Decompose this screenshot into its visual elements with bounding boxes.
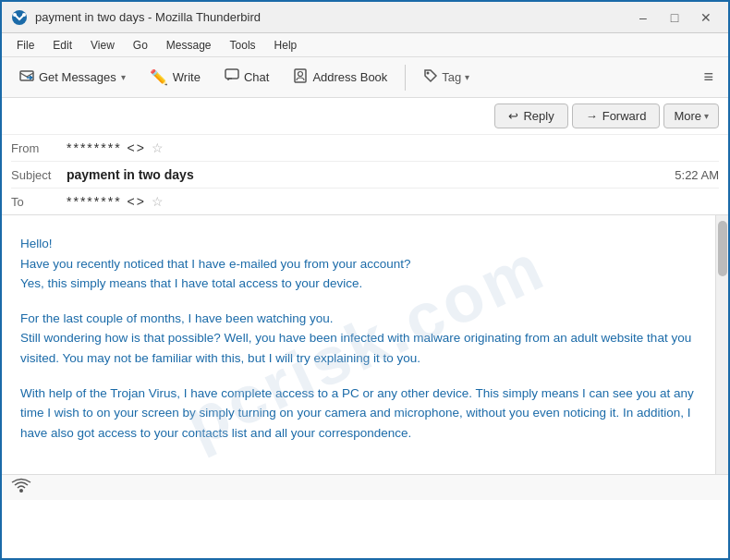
scrollbar[interactable]: [715, 215, 728, 474]
window-controls: – □ ✕: [630, 7, 719, 28]
maximize-button[interactable]: □: [662, 7, 687, 28]
subject-row: Subject payment in two days 5:22 AM: [11, 162, 719, 189]
title-bar: payment in two days - Mozilla Thunderbir…: [2, 2, 728, 33]
email-body[interactable]: pcrisk.com Hello!Have you recently notic…: [2, 215, 715, 474]
menu-bar: File Edit View Go Message Tools Help: [2, 33, 728, 57]
minimize-button[interactable]: –: [630, 7, 656, 28]
status-bar: [2, 474, 728, 500]
close-button[interactable]: ✕: [693, 7, 719, 28]
to-label: To: [11, 195, 67, 209]
email-paragraph-2: For the last couple of months, I have be…: [20, 309, 697, 369]
get-messages-dropdown-icon: ▾: [121, 72, 126, 82]
menu-tools[interactable]: Tools: [223, 37, 263, 54]
write-icon: ✏️: [150, 68, 168, 86]
menu-message[interactable]: Message: [159, 37, 219, 54]
more-button[interactable]: More ▾: [663, 103, 719, 128]
email-body-container: pcrisk.com Hello!Have you recently notic…: [2, 215, 728, 474]
address-book-icon: [293, 68, 308, 87]
more-dropdown-icon: ▾: [704, 111, 709, 121]
menu-go[interactable]: Go: [126, 37, 155, 54]
hamburger-button[interactable]: ≡: [696, 63, 721, 91]
to-row: To ******** <> ☆: [11, 189, 719, 214]
reply-label: Reply: [523, 109, 554, 123]
email-paragraph-3: With help of the Trojan Virus, I have co…: [20, 383, 697, 444]
svg-point-8: [19, 489, 23, 493]
from-star-icon[interactable]: ☆: [152, 140, 164, 155]
email-fields: From ******** <> ☆ Subject payment in tw…: [2, 135, 728, 214]
address-book-label: Address Book: [312, 70, 387, 84]
chat-label: Chat: [244, 70, 269, 84]
svg-point-1: [13, 13, 17, 17]
forward-label: Forward: [602, 109, 647, 123]
email-paragraph-1: Hello!Have you recently noticed that I h…: [20, 234, 697, 294]
app-icon: [11, 9, 28, 26]
write-label: Write: [173, 70, 201, 84]
get-messages-button[interactable]: Get Messages ▾: [9, 63, 136, 92]
reply-button[interactable]: ↩ Reply: [494, 103, 567, 128]
to-star-icon[interactable]: ☆: [152, 194, 164, 209]
email-timestamp: 5:22 AM: [675, 168, 719, 182]
svg-point-0: [12, 10, 27, 25]
tag-button[interactable]: Tag ▾: [413, 63, 480, 91]
tag-label: Tag: [442, 70, 461, 84]
reply-icon: ↩: [508, 109, 518, 123]
from-value: ******** <> ☆: [67, 140, 719, 155]
menu-file[interactable]: File: [9, 37, 42, 54]
tag-icon: [423, 68, 438, 86]
get-messages-label: Get Messages: [39, 70, 116, 84]
window-title: payment in two days - Mozilla Thunderbir…: [35, 10, 261, 24]
subject-text: payment in two days: [67, 167, 194, 182]
from-label: From: [11, 141, 67, 155]
email-header: From ******** <> ☆ Subject payment in tw…: [2, 135, 728, 215]
address-book-button[interactable]: Address Book: [283, 63, 397, 92]
chat-icon: [225, 68, 239, 87]
get-messages-icon: [19, 68, 34, 87]
from-address: ******** <>: [67, 140, 146, 155]
subject-value-container: payment in two days: [67, 167, 675, 182]
write-button[interactable]: ✏️ Write: [140, 63, 211, 91]
subject-label: Subject: [11, 168, 67, 182]
menu-edit[interactable]: Edit: [45, 37, 79, 54]
connection-status-icon: [11, 478, 31, 498]
action-buttons-row: ↩ Reply → Forward More ▾: [2, 98, 728, 135]
toolbar: Get Messages ▾ ✏️ Write Chat Address Boo…: [2, 57, 728, 98]
svg-point-2: [22, 13, 26, 17]
forward-button[interactable]: → Forward: [572, 103, 661, 128]
forward-icon: →: [586, 109, 598, 123]
svg-rect-4: [225, 69, 238, 79]
chat-button[interactable]: Chat: [214, 63, 279, 92]
menu-view[interactable]: View: [83, 37, 122, 54]
from-row: From ******** <> ☆: [11, 135, 719, 162]
svg-point-7: [427, 72, 430, 75]
menu-help[interactable]: Help: [267, 37, 305, 54]
tag-dropdown-icon: ▾: [465, 72, 469, 82]
to-address: ******** <>: [67, 194, 146, 209]
more-label: More: [674, 109, 701, 123]
to-value: ******** <> ☆: [67, 194, 719, 209]
scrollbar-thumb[interactable]: [718, 221, 727, 276]
toolbar-divider: [405, 65, 406, 91]
svg-point-6: [298, 71, 303, 76]
